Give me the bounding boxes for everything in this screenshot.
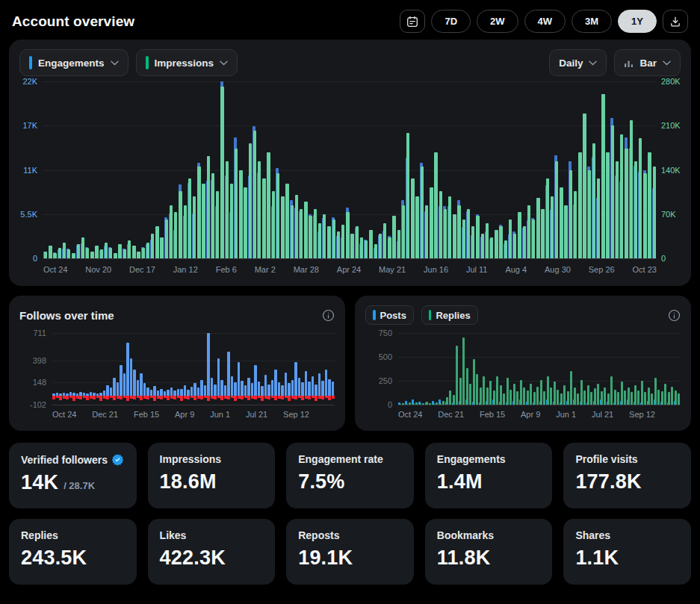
- impressions-bar: [634, 161, 637, 258]
- replies-bar: [563, 385, 566, 405]
- impressions-bar: [49, 246, 52, 258]
- calendar-button[interactable]: [400, 10, 425, 33]
- range-button-7d[interactable]: 7D: [431, 10, 471, 33]
- impressions-metric-dropdown[interactable]: Impressions: [136, 49, 238, 76]
- replies-accent-bar: [429, 310, 432, 320]
- y-tick-label: 17K: [9, 121, 37, 130]
- follows-bar: [126, 343, 128, 396]
- range-button-3m[interactable]: 3M: [572, 10, 612, 33]
- follows-card-title: Follows over time: [19, 309, 114, 322]
- y-tick-label: 0: [365, 400, 392, 409]
- posts-replies-toggles: Posts Replies: [365, 305, 478, 325]
- impressions-bar: [323, 214, 326, 258]
- impressions-bar: [109, 248, 112, 258]
- replies-bar: [429, 403, 431, 405]
- stat-card-replies[interactable]: Replies243.5K: [9, 519, 137, 585]
- range-button-4w[interactable]: 4W: [524, 10, 566, 33]
- bar-slot: [332, 333, 335, 405]
- stat-card-bookmarks[interactable]: Bookmarks11.8K: [425, 519, 553, 585]
- stat-value: 422.3K: [160, 547, 226, 570]
- impressions-bar: [471, 226, 474, 258]
- impressions-bar: [281, 196, 284, 258]
- impressions-bar: [620, 134, 623, 258]
- stat-label: Replies: [21, 529, 58, 541]
- engagements-metric-dropdown[interactable]: Engagements: [19, 49, 128, 76]
- stat-value-row: 18.6M: [160, 470, 264, 494]
- replies-bar: [634, 385, 636, 405]
- follows-bar: [167, 390, 169, 396]
- follows-bar: [191, 387, 193, 396]
- impressions-bar: [337, 231, 340, 258]
- stat-value: 19.1K: [298, 547, 353, 570]
- follows-bar: [312, 376, 314, 396]
- impressions-bar: [95, 246, 98, 258]
- replies-bar: [590, 392, 592, 405]
- info-icon[interactable]: [668, 309, 681, 322]
- range-button-2w[interactable]: 2W: [477, 10, 518, 33]
- impressions-bar: [392, 216, 395, 258]
- follows-bar: [332, 382, 334, 396]
- impressions-bar: [444, 209, 447, 258]
- replies-bar: [489, 381, 492, 405]
- engagements-accent-bar: [29, 56, 32, 69]
- impressions-bar: [583, 113, 586, 258]
- replies-bar: [469, 384, 471, 405]
- page-title: Account overview: [12, 13, 134, 30]
- impressions-bar: [244, 187, 247, 258]
- unfollows-bar: [332, 396, 335, 399]
- follows-bar: [160, 389, 162, 396]
- posts-toggle[interactable]: Posts: [365, 305, 414, 325]
- y-tick-label: 0: [9, 254, 37, 263]
- stat-card-impressions[interactable]: Impressions18.6M: [148, 443, 276, 508]
- range-button-1y[interactable]: 1Y: [618, 10, 657, 33]
- replies-bar: [412, 403, 415, 405]
- replies-bar: [668, 392, 670, 405]
- posts-replies-plot-area[interactable]: [398, 333, 681, 405]
- replies-bar: [533, 392, 536, 405]
- replies-bar: [483, 376, 485, 405]
- follows-card-header: Follows over time: [19, 305, 335, 326]
- download-button[interactable]: [663, 10, 688, 33]
- stat-card-shares[interactable]: Shares1.1K: [563, 519, 691, 585]
- info-icon[interactable]: [322, 309, 335, 322]
- stat-card-engagements[interactable]: Engagements1.4M: [425, 443, 553, 508]
- replies-bar: [641, 381, 643, 405]
- impressions-bar: [174, 212, 177, 258]
- interval-dropdown[interactable]: Daily: [549, 49, 607, 76]
- follows-bar: [123, 373, 126, 396]
- impressions-bar: [527, 205, 530, 258]
- replies-bar: [614, 390, 616, 405]
- follows-over-time-card: Follows over time 711398148-102 Oct 24De…: [9, 296, 345, 431]
- stat-card-verified-followers[interactable]: Verified followers14K/ 28.7K: [9, 443, 137, 508]
- replies-bar: [577, 393, 579, 405]
- follows-bar: [278, 382, 280, 396]
- follows-plot-area[interactable]: [52, 333, 335, 405]
- follows-bar: [120, 365, 122, 396]
- stat-card-engagement-rate[interactable]: Engagement rate7.5%: [286, 443, 414, 508]
- impressions-bar: [462, 220, 465, 258]
- impressions-bar: [314, 209, 317, 258]
- bar-chart-icon: [624, 58, 634, 68]
- chart-type-dropdown[interactable]: Bar: [614, 49, 681, 76]
- x-tick-label: Nov 20: [85, 265, 111, 274]
- stat-card-profile-visits[interactable]: Profile visits177.8K: [563, 443, 691, 508]
- follows-bar: [217, 358, 220, 396]
- chart-controls: Engagements Impressions Daily: [9, 49, 691, 76]
- x-tick-label: Sep 26: [589, 265, 615, 274]
- stat-card-likes[interactable]: Likes422.3K: [148, 519, 276, 585]
- impressions-bar: [179, 191, 182, 258]
- follows-bar: [244, 385, 247, 396]
- replies-toggle[interactable]: Replies: [421, 305, 478, 325]
- follows-bar: [294, 362, 297, 396]
- overview-plot-area[interactable]: [43, 81, 657, 258]
- replies-bar: [462, 337, 465, 405]
- y-tick-label: 750: [365, 329, 392, 337]
- overview-chart: 22K17K11K5.5K0280K210K140K70K0: [9, 81, 691, 258]
- stat-card-reposts[interactable]: Reposts19.1K: [286, 519, 414, 585]
- replies-bar: [473, 359, 475, 405]
- follows-bar: [325, 370, 327, 396]
- replies-bar: [570, 371, 572, 405]
- impressions-bar: [523, 226, 526, 258]
- impressions-bar: [616, 161, 619, 258]
- impressions-bar: [551, 196, 554, 258]
